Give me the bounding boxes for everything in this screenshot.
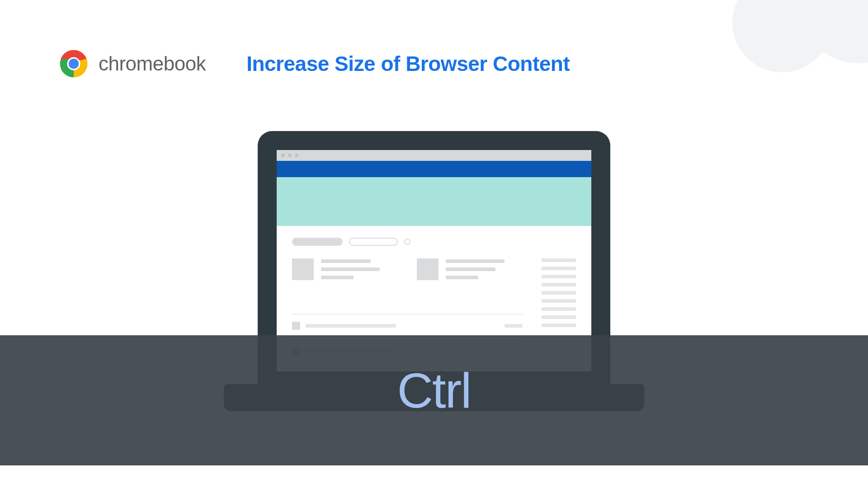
window-dot-icon: [288, 154, 292, 157]
placeholder-pill: [292, 238, 343, 246]
list-item: [292, 319, 523, 333]
bottom-margin: [0, 465, 868, 488]
brand-text: chromebook: [99, 52, 206, 75]
placeholder-pill-outline: [349, 238, 398, 246]
placeholder-circle-icon: [404, 239, 410, 245]
window-dot-icon: [295, 154, 298, 157]
thumbnail-icon: [417, 258, 439, 280]
content-card: [417, 258, 523, 280]
keyboard-key-label: Ctrl: [397, 361, 471, 419]
chrome-icon: [59, 49, 89, 79]
page-hero-banner: [277, 177, 591, 226]
page-title: Increase Size of Browser Content: [246, 52, 570, 76]
browser-nav-bar: [277, 161, 591, 177]
content-columns: [292, 258, 576, 307]
thumbnail-icon: [292, 258, 314, 280]
sidebar-placeholder: [542, 258, 576, 307]
page-controls: [292, 238, 576, 246]
brand-lockup: chromebook: [59, 49, 206, 79]
browser-titlebar: [277, 150, 591, 161]
header: chromebook Increase Size of Browser Cont…: [59, 49, 868, 79]
content-card: [292, 258, 398, 280]
window-dot-icon: [281, 154, 285, 157]
svg-point-5: [69, 59, 79, 69]
bullet-icon: [292, 322, 300, 330]
keyboard-hint-band: Ctrl: [0, 335, 868, 465]
